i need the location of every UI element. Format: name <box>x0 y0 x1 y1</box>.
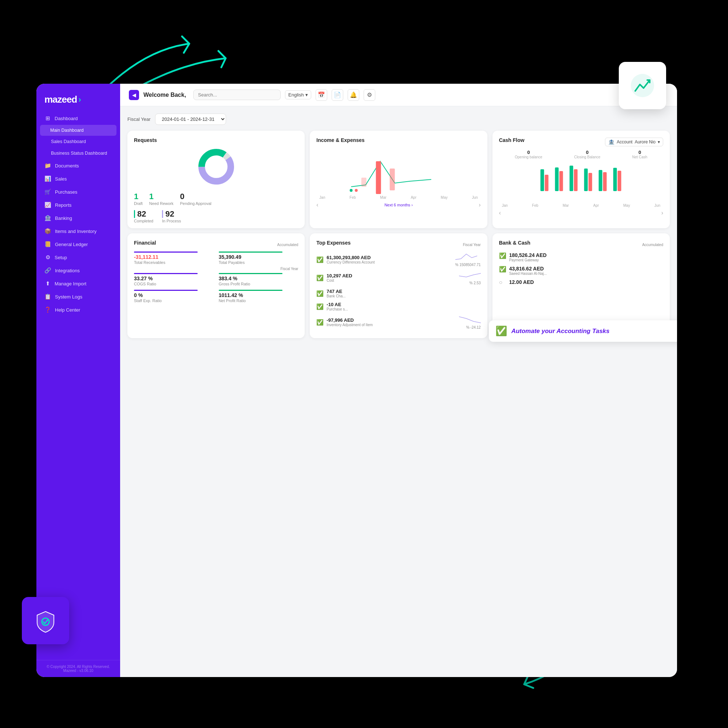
cashflow-opening-balance: 0 Opening balance <box>515 150 542 159</box>
bank-check-2: ○ <box>499 279 506 286</box>
settings-icon-button[interactable]: ⚙ <box>364 89 375 101</box>
sidebar-label-inventory: Items and Inventory <box>55 229 96 234</box>
cashflow-header: Cash Flow 🏦 Account Aurore Nio ▾ <box>499 137 663 147</box>
sidebar-label-help-center: Help Center <box>55 307 80 313</box>
sidebar-item-reports[interactable]: 📈 Reports <box>37 198 120 211</box>
fiscal-row: Fiscal Year 2024-01-01 - 2024-12-31 <box>127 113 670 125</box>
bank-amount-2: 12.00 AED <box>509 279 663 285</box>
fiscal-year-select[interactable]: 2024-01-01 - 2024-12-31 <box>155 113 226 125</box>
bank-info-2: 12.00 AED <box>509 279 663 285</box>
expense-label-2: Bank Cha... <box>327 294 480 298</box>
dashboard-body: Fiscal Year 2024-01-01 - 2024-12-31 Requ… <box>120 106 677 677</box>
in-process-label: In Process <box>162 219 181 223</box>
sidebar-item-documents[interactable]: 📁 Documents <box>37 159 120 172</box>
sidebar-label-dashboard: Dashboard <box>55 116 78 121</box>
bank-info-1: 43,816.62 AED Saeed Hassan Al-Naj... <box>509 266 663 275</box>
sales-icon: 📊 <box>44 176 51 182</box>
shield-icon <box>33 608 58 633</box>
sidebar-nav: ⊞ Dashboard Main Dashboard Sales Dashboa… <box>37 112 120 660</box>
svg-rect-11 <box>540 169 544 191</box>
svg-rect-20 <box>603 172 606 191</box>
fin-cogs-label: COGS Ratio <box>134 282 214 286</box>
sidebar-item-system-logs[interactable]: 📋 System Logs <box>37 290 120 303</box>
sidebar-item-main-dashboard[interactable]: Main Dashboard <box>40 125 116 136</box>
requests-card: Requests 1 Draft <box>127 131 305 228</box>
expense-label-3: Purchase s... <box>327 307 480 311</box>
banking-icon: 🏦 <box>44 215 51 221</box>
sidebar-toggle-button[interactable]: ◀ <box>129 90 139 100</box>
income-chart-nav: ‹ Next 6 months › › <box>316 202 480 208</box>
fin-receivables: -31,112.11 Total Receivables <box>134 252 214 265</box>
logo-arrow: › <box>78 95 80 104</box>
expense-amount-4: -97,996 AED <box>327 317 456 323</box>
bank-label-1: Saeed Hassan Al-Naj... <box>509 272 663 275</box>
svg-rect-21 <box>613 168 616 191</box>
expense-pct-0: % 15085047.71 <box>455 263 481 267</box>
fiscal-label: Fiscal Year <box>127 116 151 122</box>
fin-payables-bar <box>219 252 283 252</box>
documents-icon: 📁 <box>44 162 51 169</box>
sidebar-item-inventory[interactable]: 📦 Items and Inventory <box>37 225 120 238</box>
fin-net-profit-value: 1011.42 % <box>219 292 298 298</box>
closing-balance-label: Closing Balance <box>574 155 600 159</box>
chart-prev-button[interactable]: ‹ <box>316 202 318 208</box>
sidebar-item-banking[interactable]: 🏦 Banking <box>37 211 120 225</box>
expense-label-4: Inventory Adjustment of Item <box>327 323 456 327</box>
sidebar-item-purchases[interactable]: 🛒 Purchases <box>37 185 120 198</box>
fin-payables: 35,390.49 Total Payables <box>219 252 298 265</box>
need-rework-label: Need Rework <box>149 201 174 206</box>
cf-next-button[interactable]: › <box>661 210 663 216</box>
fin-gross-profit-value: 383.4 % <box>219 275 298 281</box>
search-input[interactable] <box>193 90 281 100</box>
bank-check-1: ✅ <box>499 266 506 273</box>
sidebar-item-general-ledger[interactable]: 📒 General Ledger <box>37 238 120 251</box>
purchases-icon: 🛒 <box>44 188 51 195</box>
sidebar-item-help-center[interactable]: ❓ Help Center <box>37 303 120 316</box>
svg-rect-6 <box>376 161 381 194</box>
sidebar-label-banking: Banking <box>55 216 72 221</box>
financial-title: Financial <box>134 240 156 246</box>
cashflow-account-select[interactable]: 🏦 Account Aurore Nio ▾ <box>605 138 663 146</box>
financial-grid: -31,112.11 Total Receivables 35,390.49 T… <box>134 252 298 265</box>
cf-prev-button[interactable]: ‹ <box>499 210 501 216</box>
sidebar-item-integrations[interactable]: 🔗 Integrations <box>37 264 120 277</box>
bank-amount-0: 180,526.24 AED <box>509 252 663 258</box>
sidebar-label-sales-dashboard: Sales Dashboard <box>51 139 86 144</box>
requests-stats-row2: 82 Completed 92 In Process <box>134 209 298 223</box>
sidebar-item-sales[interactable]: 📊 Sales <box>37 172 120 185</box>
cashflow-account-arrow: ▾ <box>658 139 660 145</box>
expense-label-1: Cost <box>327 278 456 283</box>
fin-gross-profit-bar <box>219 273 283 274</box>
fin-net-profit-label: Net Profit Ratio <box>219 298 298 303</box>
file-icon-button[interactable]: 📄 <box>332 89 343 101</box>
closing-balance-value: 0 <box>574 150 600 155</box>
chart-next-button[interactable]: › <box>479 202 480 208</box>
sidebar-item-manage-import[interactable]: ⬆ Manage Import <box>37 277 120 290</box>
expense-item-0: ✅ 61,300,293,800 AED Currency Difference… <box>316 252 480 267</box>
sidebar-item-sales-dashboard[interactable]: Sales Dashboard <box>37 136 120 147</box>
sidebar-item-dashboard[interactable]: ⊞ Dashboard <box>37 112 120 125</box>
cf-month-jun: Jun <box>655 203 660 208</box>
app-window: mazeed› ⊞ Dashboard Main Dashboard Sales… <box>37 84 677 677</box>
bell-icon-button[interactable]: 🔔 <box>348 89 359 101</box>
top-cards-row: Requests 1 Draft <box>127 131 670 228</box>
expense-label-0: Currency Differences Account <box>327 260 452 264</box>
automate-text: Automate your Accounting Tasks <box>511 327 610 335</box>
fin-net-profit-bar <box>219 290 283 291</box>
bank-item-2: ○ 12.00 AED <box>499 279 663 286</box>
chart-next-text[interactable]: Next 6 months › <box>384 203 413 207</box>
bank-cash-title: Bank & Cash <box>499 240 530 246</box>
language-selector[interactable]: English ▾ <box>285 90 311 99</box>
cashflow-title: Cash Flow <box>499 137 525 143</box>
svg-rect-13 <box>555 167 558 191</box>
bank-cash-badge: Accumulated <box>642 243 663 247</box>
fin-staff-exp-bar <box>134 290 198 291</box>
sidebar-item-setup[interactable]: ⚙ Setup <box>37 251 120 264</box>
sidebar-item-business-status[interactable]: Business Status Dashboard <box>37 147 120 159</box>
svg-rect-8 <box>361 177 367 187</box>
fin-cogs-value: 33.27 % <box>134 275 214 281</box>
fin-gross-profit-label: Gross Profit Ratio <box>219 282 298 286</box>
calendar-icon-button[interactable]: 📅 <box>316 89 327 101</box>
cashflow-chart-nav: ‹ › <box>499 210 663 216</box>
cashflow-net-cash: 0 Net Cash <box>632 150 648 159</box>
